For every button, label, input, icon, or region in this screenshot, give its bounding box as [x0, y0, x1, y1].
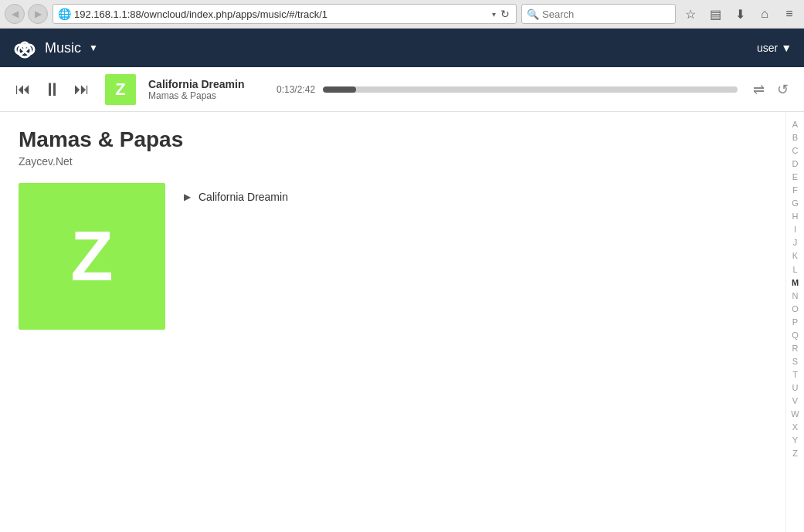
alpha-letter-a[interactable]: A [786, 118, 804, 131]
player-cover: Z [105, 74, 136, 105]
main-content: Mamas & Papas Zaycev.Net Z ▶ California … [0, 112, 804, 532]
app-name: Music [45, 40, 81, 56]
search-input[interactable] [542, 8, 670, 20]
alpha-letter-e[interactable]: E [786, 171, 804, 184]
alpha-letter-p[interactable]: P [786, 316, 804, 329]
alpha-letter-g[interactable]: G [786, 197, 804, 210]
alpha-letter-l[interactable]: L [786, 263, 804, 276]
alpha-letter-n[interactable]: N [786, 290, 804, 303]
alpha-letter-w[interactable]: W [786, 408, 804, 421]
rewind-button[interactable]: ⏮ [12, 77, 34, 101]
track-item[interactable]: ▶ California Dreamin [184, 186, 767, 208]
player-track-info: California Dreamin Mamas & Papas [148, 78, 264, 101]
address-dropdown-icon[interactable]: ▾ [492, 10, 496, 19]
refresh-button[interactable]: ↻ [499, 6, 511, 22]
forward-button-player[interactable]: ⏭ [71, 77, 93, 101]
user-label: user [757, 42, 778, 54]
alpha-letter-o[interactable]: O [786, 303, 804, 316]
app-logo: Music ▼ [12, 36, 98, 60]
alpha-letter-k[interactable]: K [786, 249, 804, 263]
app-name-arrow-icon[interactable]: ▼ [89, 42, 98, 53]
alphabet-sidebar: ABCDEFGHIJKLMNOPQRSTUVWXYZ [785, 112, 804, 532]
progress-bar[interactable] [323, 86, 738, 93]
alpha-letter-r[interactable]: R [786, 342, 804, 355]
alpha-letter-f[interactable]: F [786, 184, 804, 197]
alpha-letter-d[interactable]: D [786, 158, 804, 171]
address-bar-container: 🌐 ▾ ↻ [53, 4, 517, 24]
artist-name: Mamas & Papas [19, 127, 767, 152]
home-button[interactable]: ⌂ [755, 4, 775, 24]
alpha-letter-y[interactable]: Y [786, 434, 804, 447]
content-area: Mamas & Papas Zaycev.Net Z ▶ California … [0, 112, 785, 532]
app-header: Music ▼ user ▼ [0, 29, 804, 67]
artist-source: Zaycev.Net [19, 155, 767, 168]
alpha-letter-c[interactable]: C [786, 144, 804, 158]
alpha-letter-i[interactable]: I [786, 223, 804, 236]
track-item-name: California Dreamin [198, 191, 288, 203]
globe-icon: 🌐 [58, 8, 71, 20]
user-menu[interactable]: user ▼ [757, 42, 792, 54]
menu-button[interactable]: ≡ [779, 4, 799, 24]
alpha-letter-z[interactable]: Z [786, 447, 804, 460]
progress-bar-fill [323, 86, 356, 93]
alpha-letter-h[interactable]: H [786, 210, 804, 223]
reader-button[interactable]: ▤ [705, 4, 725, 24]
artist-cover: Z [19, 183, 165, 330]
player-extra-controls: ⇌ ↺ [750, 78, 792, 101]
alpha-letter-j[interactable]: J [786, 236, 804, 249]
download-button[interactable]: ⬇ [730, 4, 750, 24]
user-menu-arrow-icon: ▼ [781, 42, 792, 54]
repeat-button[interactable]: ↺ [774, 78, 792, 101]
browser-toolbar: ◀ ▶ 🌐 ▾ ↻ 🔍 ☆ ▤ ⬇ ⌂ ≡ [0, 0, 804, 28]
player-track-artist: Mamas & Papas [148, 90, 264, 101]
shuffle-button[interactable]: ⇌ [750, 78, 768, 101]
player-track-title: California Dreamin [148, 78, 264, 90]
search-bar-container: 🔍 [521, 4, 676, 24]
alpha-letter-b[interactable]: B [786, 131, 804, 144]
browser-chrome: ◀ ▶ 🌐 ▾ ↻ 🔍 ☆ ▤ ⬇ ⌂ ≡ [0, 0, 804, 29]
alpha-letter-s[interactable]: S [786, 355, 804, 368]
alpha-letter-v[interactable]: V [786, 395, 804, 408]
alpha-letter-u[interactable]: U [786, 381, 804, 395]
player-controls: ⏮ ⏸ ⏭ [12, 76, 93, 103]
artist-section: Z ▶ California Dreamin [19, 183, 767, 330]
track-list: ▶ California Dreamin [184, 183, 767, 208]
progress-section: 0:13/2:42 [276, 84, 738, 95]
bookmark-button[interactable]: ☆ [680, 4, 701, 24]
pause-button[interactable]: ⏸ [40, 76, 65, 103]
track-play-icon: ▶ [184, 191, 191, 202]
owncloud-logo [12, 36, 37, 60]
time-display: 0:13/2:42 [276, 84, 315, 95]
back-button[interactable]: ◀ [5, 4, 25, 24]
address-input[interactable] [74, 8, 489, 20]
alpha-letter-m[interactable]: M [786, 276, 804, 290]
search-icon: 🔍 [527, 8, 539, 20]
browser-actions: 🔍 ☆ ▤ ⬇ ⌂ ≡ [521, 4, 799, 24]
player-bar: ⏮ ⏸ ⏭ Z California Dreamin Mamas & Papas… [0, 67, 804, 112]
forward-button[interactable]: ▶ [28, 4, 48, 24]
alpha-letter-x[interactable]: X [786, 421, 804, 434]
nav-buttons: ◀ ▶ [5, 4, 48, 24]
alpha-letter-t[interactable]: T [786, 368, 804, 381]
alpha-letter-q[interactable]: Q [786, 329, 804, 342]
